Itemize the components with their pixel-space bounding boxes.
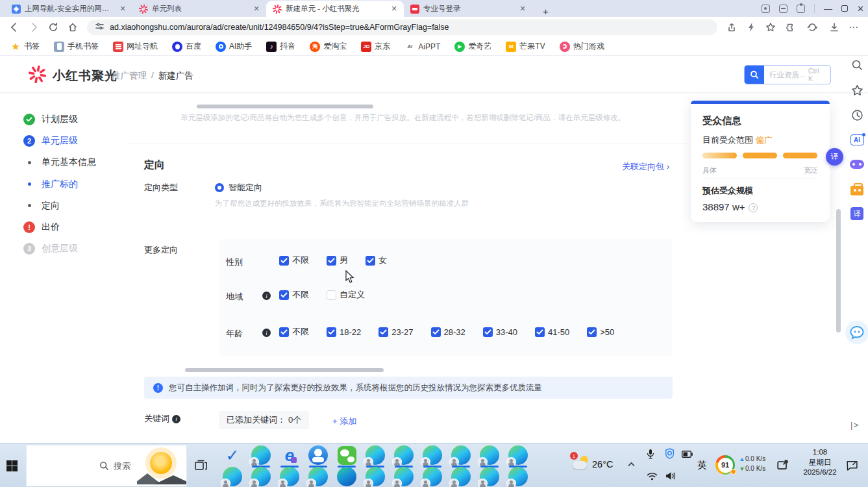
search-icon[interactable] <box>745 65 764 84</box>
taskbar-app-edge-profile[interactable] <box>218 466 247 487</box>
extensions-puzzle-icon[interactable] <box>781 18 799 36</box>
taskbar-app-explorer-2345[interactable]: e <box>275 445 304 466</box>
taskbar-app-edge-profile[interactable] <box>390 466 418 487</box>
performance-icon[interactable] <box>742 18 760 36</box>
horizontal-scrollbar-bottom[interactable] <box>185 368 384 372</box>
bookmark-item[interactable]: 百度 <box>172 41 201 52</box>
taskbar-app-edge-profile[interactable] <box>247 445 275 466</box>
taskbar-clock[interactable]: 1:08 星期日 2025/6/22 <box>797 447 843 478</box>
breadcrumb-parent[interactable]: 推广管理 <box>112 70 147 82</box>
volume-icon[interactable] <box>665 471 676 481</box>
page-vertical-scrollbar[interactable] <box>836 209 841 332</box>
step-unit-basic-info[interactable]: 单元基本信息 <box>0 155 136 169</box>
step-promotion-target[interactable]: 推广标的 <box>0 177 136 192</box>
taskbar-app-qq-browser[interactable] <box>304 445 332 466</box>
taskbar-search-box[interactable] <box>26 445 187 486</box>
taskbar-app-edge-profile[interactable] <box>475 445 504 466</box>
header-search[interactable]: Ctrl K <box>744 65 831 84</box>
workspaces-icon[interactable] <box>779 5 787 13</box>
checkbox-option[interactable]: 41-50 <box>535 327 569 337</box>
maximize-button[interactable] <box>841 5 848 12</box>
history-icon[interactable] <box>849 107 865 123</box>
step-creative-level[interactable]: 3创意层级 <box>0 242 136 256</box>
favorites-icon[interactable] <box>849 82 865 98</box>
floating-translate-button[interactable]: 译 <box>826 148 843 166</box>
tab-close-button[interactable]: ✕ <box>518 5 527 13</box>
taskbar-app-edge-profile[interactable] <box>418 445 447 466</box>
step-bidding[interactable]: !出价 <box>0 220 136 234</box>
tray-expand-icon[interactable] <box>627 462 636 467</box>
checkbox-option[interactable]: >50 <box>587 327 614 337</box>
bookmark-item[interactable]: JD京东 <box>361 41 390 52</box>
bookmark-item[interactable]: AI助手 <box>216 41 252 52</box>
taskbar-app-edge-profile[interactable] <box>304 466 332 487</box>
task-view-icon[interactable] <box>195 460 207 473</box>
forward-button[interactable] <box>25 18 43 36</box>
bookmark-item[interactable]: ▶爱奇艺 <box>454 41 491 52</box>
back-button[interactable] <box>5 18 23 36</box>
translate-icon[interactable]: 译 <box>849 206 865 221</box>
browser-tab[interactable]: 专业号登录✕ <box>404 1 532 17</box>
screenshot-tool-icon[interactable] <box>776 458 789 471</box>
download-speed[interactable]: 0.0 K/s <box>740 466 765 472</box>
bookmark-item[interactable]: 手机书签 <box>54 41 99 52</box>
browser-tab[interactable]: 上网导航-安全实用的网址导航✕ <box>5 1 132 17</box>
bookmark-item[interactable]: 热门游戏 <box>560 41 604 52</box>
weather-highlight-image[interactable] <box>137 445 186 486</box>
minimize-button[interactable]: — <box>824 4 832 14</box>
bookmark-item[interactable]: 网址导航 <box>113 41 158 52</box>
tab-close-button[interactable]: ✕ <box>390 5 399 13</box>
taskbar-app-edge-profile[interactable] <box>247 466 275 487</box>
checkbox-option[interactable]: 自定义 <box>327 289 365 301</box>
checkbox-option[interactable]: 不限 <box>279 255 309 266</box>
checkbox-option[interactable]: 不限 <box>279 289 309 301</box>
notification-center-icon[interactable] <box>846 460 858 471</box>
temperature-text[interactable]: 26°C <box>592 459 613 469</box>
new-tab-button[interactable]: + <box>539 6 552 17</box>
app-logo[interactable]: 小红书聚光 <box>29 66 118 86</box>
taskbar-app-edge-profile[interactable] <box>475 466 504 487</box>
checkbox-option[interactable]: 23-27 <box>378 327 413 337</box>
toolbox-icon[interactable] <box>849 181 865 197</box>
tab-close-button[interactable]: ✕ <box>252 5 261 13</box>
checkbox-option[interactable]: 18-22 <box>327 327 361 337</box>
browser-tab[interactable]: 新建单元 - 小红书聚光✕ <box>266 1 404 17</box>
header-search-input[interactable] <box>764 71 808 79</box>
upload-speed[interactable]: 0.0 K/s <box>740 456 765 462</box>
battery-icon[interactable] <box>682 451 693 458</box>
targeting-pack-link[interactable]: 关联定向包 › <box>622 161 669 173</box>
search-icon[interactable] <box>849 57 865 73</box>
pc-health-score[interactable]: 91 <box>715 455 735 475</box>
checkbox-option[interactable]: 28-32 <box>431 327 465 337</box>
reload-button[interactable] <box>44 18 62 36</box>
bookmark-item[interactable]: M芒果TV <box>506 41 545 52</box>
bookmark-item[interactable]: ★书签 <box>10 41 40 52</box>
weather-tray-icon[interactable]: 1 <box>573 456 589 469</box>
smart-targeting-radio[interactable]: 智能定向 <box>215 182 262 194</box>
home-button[interactable] <box>64 18 82 36</box>
taskbar-app-wechat[interactable] <box>332 445 361 466</box>
taskbar-app-edge-profile[interactable] <box>361 445 390 466</box>
downloads-icon[interactable] <box>825 18 843 36</box>
favorite-star-icon[interactable] <box>762 18 780 36</box>
help-question-icon[interactable]: ? <box>749 203 758 212</box>
step-plan-level[interactable]: 计划层级 <box>0 112 136 127</box>
taskbar-app-edge-profile[interactable] <box>447 445 475 466</box>
taskbar-app-edge-profile[interactable] <box>447 466 475 487</box>
url-text[interactable]: ad.xiaohongshu.com/aurora/ad/create/unit… <box>110 23 449 32</box>
tab-close-button[interactable]: ✕ <box>118 5 127 13</box>
ime-indicator[interactable]: 英 <box>697 459 707 471</box>
history-icon[interactable]: ▾ <box>800 18 824 36</box>
keyword-info-icon[interactable]: i <box>172 415 180 423</box>
checkbox-option[interactable]: 33-40 <box>483 327 517 337</box>
address-bar[interactable]: ad.xiaohongshu.com/aurora/ad/create/unit… <box>87 19 717 35</box>
checkbox-option[interactable]: 男 <box>327 255 348 266</box>
taskbar-app-edge-profile[interactable] <box>275 466 304 487</box>
collapse-sidebar-icon[interactable]: |> <box>850 420 859 430</box>
step-targeting[interactable]: 定向 <box>0 199 136 213</box>
site-settings-icon[interactable] <box>95 21 105 33</box>
taskbar-app-edge-profile[interactable] <box>504 466 532 487</box>
taskbar-app-todo-check[interactable]: ✓ <box>218 445 247 466</box>
wifi-icon[interactable] <box>647 472 658 481</box>
taskbar-app-edge-profile[interactable] <box>361 466 390 487</box>
